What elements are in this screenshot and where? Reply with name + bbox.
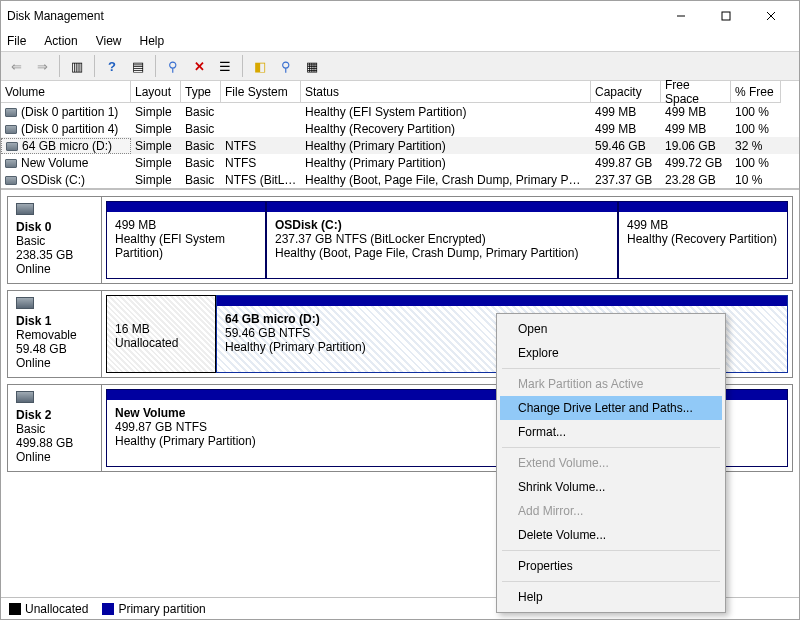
- volume-row[interactable]: (Disk 0 partition 1) Simple Basic Health…: [1, 103, 799, 120]
- volume-name: OSDisk (C:): [21, 173, 85, 187]
- layout-icon: ▦: [306, 59, 318, 74]
- disk-label[interactable]: Disk 2 Basic 499.88 GB Online: [8, 385, 102, 471]
- help-button[interactable]: ?: [101, 55, 123, 77]
- disk-name: Disk 1: [16, 314, 93, 328]
- ctx-change-drive-letter[interactable]: Change Drive Letter and Paths...: [500, 396, 722, 420]
- col-volume[interactable]: Volume: [1, 81, 131, 103]
- layout-button[interactable]: ▦: [301, 55, 323, 77]
- delete-button[interactable]: ✕: [188, 55, 210, 77]
- cell: 100 %: [731, 122, 781, 136]
- partition-status: Healthy (EFI System Partition): [115, 232, 257, 260]
- volume-button[interactable]: ⚲: [275, 55, 297, 77]
- context-menu: Open Explore Mark Partition as Active Ch…: [496, 313, 726, 613]
- cell: 100 %: [731, 156, 781, 170]
- cell: Simple: [131, 139, 181, 153]
- col-capacity[interactable]: Capacity: [591, 81, 661, 103]
- partition-stripe: [217, 296, 787, 306]
- cell: 499 MB: [591, 122, 661, 136]
- ctx-separator: [502, 368, 720, 369]
- disk-icon: [16, 297, 34, 309]
- disk-button[interactable]: ◧: [249, 55, 271, 77]
- disk-label[interactable]: Disk 0 Basic 238.35 GB Online: [8, 197, 102, 283]
- ctx-delete-volume[interactable]: Delete Volume...: [500, 523, 722, 547]
- legend-primary: Primary partition: [102, 602, 205, 616]
- toolbar-separator: [242, 55, 243, 77]
- cell: Basic: [181, 156, 221, 170]
- col-type[interactable]: Type: [181, 81, 221, 103]
- volume-icon: [5, 108, 17, 117]
- cell: 10 %: [731, 173, 781, 187]
- volume-list: Volume Layout Type File System Status Ca…: [1, 81, 799, 189]
- list-button[interactable]: ▤: [127, 55, 149, 77]
- volume-row[interactable]: 64 GB micro (D:) Simple Basic NTFS Healt…: [1, 137, 799, 154]
- properties-icon: ☰: [219, 59, 231, 74]
- partition[interactable]: 499 MB Healthy (Recovery Partition): [618, 201, 788, 279]
- disk-type: Basic: [16, 234, 93, 248]
- ctx-format[interactable]: Format...: [500, 420, 722, 444]
- partition-unallocated[interactable]: 16 MB Unallocated: [106, 295, 216, 373]
- refresh-button[interactable]: ⚲: [162, 55, 184, 77]
- cell: NTFS: [221, 139, 301, 153]
- partition-status: Healthy (Recovery Partition): [627, 232, 779, 246]
- volume-name: 64 GB micro (D:): [22, 139, 112, 153]
- view-button[interactable]: ▥: [66, 55, 88, 77]
- disk-state: Online: [16, 356, 93, 370]
- ctx-separator: [502, 581, 720, 582]
- maximize-icon: [721, 11, 731, 21]
- cell: Simple: [131, 156, 181, 170]
- cell: 237.37 GB: [591, 173, 661, 187]
- menu-view[interactable]: View: [96, 34, 122, 48]
- disk-block: Disk 0 Basic 238.35 GB Online 499 MB Hea…: [7, 196, 793, 284]
- partition-size: 237.37 GB NTFS (BitLocker Encrypted): [275, 232, 609, 246]
- menu-help[interactable]: Help: [140, 34, 165, 48]
- cell: Basic: [181, 173, 221, 187]
- menu-file[interactable]: File: [7, 34, 26, 48]
- cell: Healthy (Primary Partition): [301, 156, 591, 170]
- col-layout[interactable]: Layout: [131, 81, 181, 103]
- minimize-button[interactable]: [658, 1, 703, 31]
- disk-type: Basic: [16, 422, 93, 436]
- close-button[interactable]: [748, 1, 793, 31]
- volume-row[interactable]: New Volume Simple Basic NTFS Healthy (Pr…: [1, 154, 799, 171]
- col-status[interactable]: Status: [301, 81, 591, 103]
- ctx-mark-active: Mark Partition as Active: [500, 372, 722, 396]
- window-title: Disk Management: [7, 9, 658, 23]
- volume-icon: [5, 176, 17, 185]
- partition-stripe: [619, 202, 787, 212]
- back-icon: ⇐: [11, 59, 22, 74]
- col-filesystem[interactable]: File System: [221, 81, 301, 103]
- col-pctfree[interactable]: % Free: [731, 81, 781, 103]
- close-icon: [766, 11, 776, 21]
- ctx-shrink-volume[interactable]: Shrink Volume...: [500, 475, 722, 499]
- disk-state: Online: [16, 450, 93, 464]
- volume-icon: [5, 159, 17, 168]
- menu-action[interactable]: Action: [44, 34, 77, 48]
- cell: Simple: [131, 105, 181, 119]
- disk-icon: [16, 391, 34, 403]
- cell: 499 MB: [591, 105, 661, 119]
- ctx-open[interactable]: Open: [500, 317, 722, 341]
- cell: Basic: [181, 122, 221, 136]
- ctx-properties[interactable]: Properties: [500, 554, 722, 578]
- toolbar-separator: [155, 55, 156, 77]
- col-freespace[interactable]: Free Space: [661, 81, 731, 103]
- partition-title: OSDisk (C:): [275, 218, 609, 232]
- refresh-icon: ⚲: [168, 59, 178, 74]
- partition-status: Healthy (Boot, Page File, Crash Dump, Pr…: [275, 246, 609, 260]
- disk-label[interactable]: Disk 1 Removable 59.48 GB Online: [8, 291, 102, 377]
- maximize-button[interactable]: [703, 1, 748, 31]
- volume-icon: [6, 142, 18, 151]
- cell: 499.87 GB: [591, 156, 661, 170]
- properties-button[interactable]: ☰: [214, 55, 236, 77]
- ctx-explore[interactable]: Explore: [500, 341, 722, 365]
- volume-icon: [5, 125, 17, 134]
- partition[interactable]: 499 MB Healthy (EFI System Partition): [106, 201, 266, 279]
- svg-rect-1: [722, 12, 730, 20]
- volume-row[interactable]: OSDisk (C:) Simple Basic NTFS (BitLo... …: [1, 171, 799, 188]
- partition[interactable]: OSDisk (C:) 237.37 GB NTFS (BitLocker En…: [266, 201, 618, 279]
- cell: Healthy (EFI System Partition): [301, 105, 591, 119]
- disk-name: Disk 0: [16, 220, 93, 234]
- volume-row[interactable]: (Disk 0 partition 4) Simple Basic Health…: [1, 120, 799, 137]
- disk-size: 499.88 GB: [16, 436, 93, 450]
- ctx-help[interactable]: Help: [500, 585, 722, 609]
